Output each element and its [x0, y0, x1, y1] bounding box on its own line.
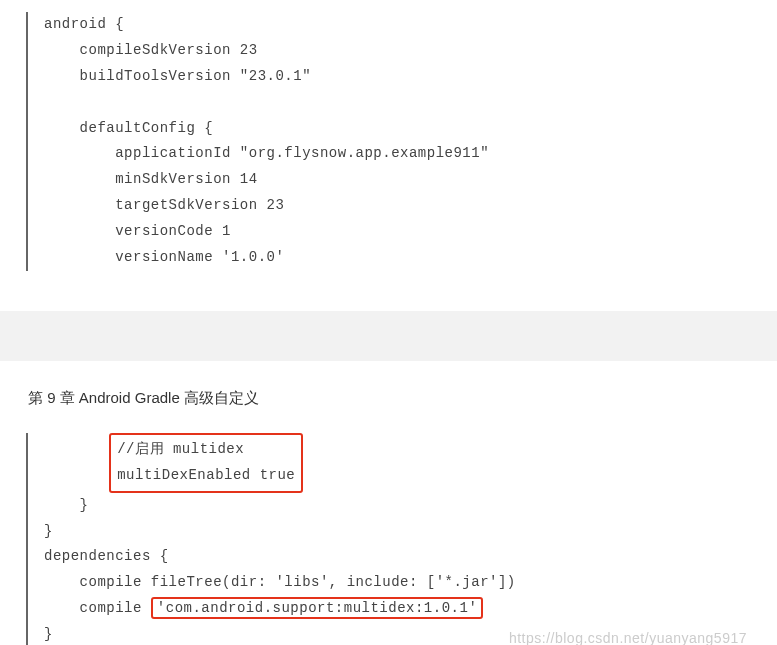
code-line: targetSdkVersion 23 [44, 197, 284, 213]
highlight-box-multidex: //启用 multidexmultiDexEnabled true [109, 433, 303, 493]
code-line: compileSdkVersion 23 [44, 42, 258, 58]
code-line: multiDexEnabled true [117, 467, 295, 483]
watermark-text: https://blog.csdn.net/yuanyang5917 [20, 630, 757, 645]
code-block-2: //启用 multidexmultiDexEnabled true } } de… [26, 433, 757, 645]
code-section-1: android { compileSdkVersion 23 buildTool… [0, 0, 777, 311]
highlight-box-dependency: 'com.android.support:multidex:1.0.1' [151, 597, 483, 619]
code-line: defaultConfig { [44, 120, 213, 136]
code-line: versionName '1.0.0' [44, 249, 284, 265]
code-line: dependencies { [44, 548, 169, 564]
code-line: } [44, 523, 53, 539]
code-block-1: android { compileSdkVersion 23 buildTool… [26, 12, 757, 271]
code-line: } [44, 497, 89, 513]
code-line: //启用 multidex [117, 441, 244, 457]
code-line: applicationId "org.flysnow.app.example91… [44, 145, 489, 161]
indent-spacer [44, 467, 115, 483]
code-line: compile 'com.android.support:multidex:1.… [44, 597, 483, 619]
code-line: minSdkVersion 14 [44, 171, 258, 187]
code-line: compile fileTree(dir: 'libs', include: [… [44, 574, 516, 590]
code-line: android { [44, 16, 124, 32]
code-line: buildToolsVersion "23.0.1" [44, 68, 311, 84]
page-gap [0, 311, 777, 361]
code-section-2: 第 9 章 Android Gradle 高级自定义 //启用 multidex… [0, 361, 777, 645]
chapter-heading: 第 9 章 Android Gradle 高级自定义 [28, 379, 757, 408]
code-line: versionCode 1 [44, 223, 231, 239]
code-text: compile [44, 600, 151, 616]
